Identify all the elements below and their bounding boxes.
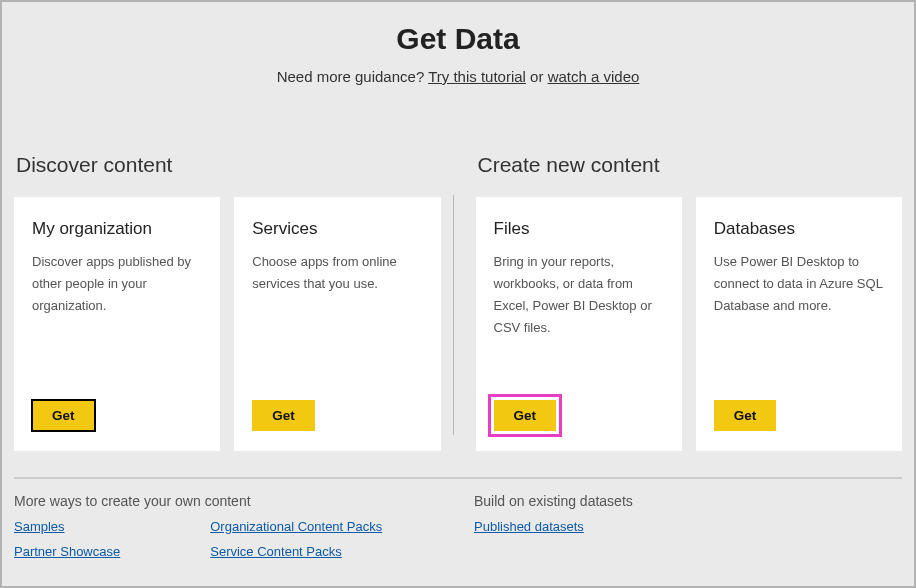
service-content-packs-link[interactable]: Service Content Packs bbox=[210, 544, 382, 559]
tutorial-link[interactable]: Try this tutorial bbox=[428, 68, 526, 85]
vertical-divider bbox=[453, 195, 454, 435]
card-databases: Databases Use Power BI Desktop to connec… bbox=[696, 197, 902, 451]
card-services: Services Choose apps from online service… bbox=[234, 197, 440, 451]
card-title: My organization bbox=[32, 219, 202, 239]
org-content-packs-link[interactable]: Organizational Content Packs bbox=[210, 519, 382, 534]
footer-right-heading: Build on existing datasets bbox=[474, 493, 902, 509]
subtitle-prefix: Need more guidance? bbox=[277, 68, 429, 85]
card-desc: Choose apps from online services that yo… bbox=[252, 251, 422, 400]
create-heading: Create new content bbox=[476, 153, 903, 177]
samples-link[interactable]: Samples bbox=[14, 519, 120, 534]
card-title: Databases bbox=[714, 219, 884, 239]
card-my-organization: My organization Discover apps published … bbox=[14, 197, 220, 451]
page-title: Get Data bbox=[12, 22, 904, 56]
published-datasets-link[interactable]: Published datasets bbox=[474, 519, 902, 534]
card-desc: Discover apps published by other people … bbox=[32, 251, 202, 400]
card-desc: Use Power BI Desktop to connect to data … bbox=[714, 251, 884, 400]
get-button-services[interactable]: Get bbox=[252, 400, 315, 431]
get-button-databases[interactable]: Get bbox=[714, 400, 777, 431]
card-title: Services bbox=[252, 219, 422, 239]
discover-heading: Discover content bbox=[14, 153, 441, 177]
subtitle: Need more guidance? Try this tutorial or… bbox=[12, 68, 904, 85]
footer-left-heading: More ways to create your own content bbox=[14, 493, 442, 509]
card-desc: Bring in your reports, workbooks, or dat… bbox=[494, 251, 664, 400]
footer-divider bbox=[14, 477, 902, 479]
partner-showcase-link[interactable]: Partner Showcase bbox=[14, 544, 120, 559]
get-button-files[interactable]: Get bbox=[494, 400, 557, 431]
card-title: Files bbox=[494, 219, 664, 239]
video-link[interactable]: watch a video bbox=[548, 68, 640, 85]
get-button-organization[interactable]: Get bbox=[32, 400, 95, 431]
subtitle-middle: or bbox=[526, 68, 548, 85]
card-files: Files Bring in your reports, workbooks, … bbox=[476, 197, 682, 451]
